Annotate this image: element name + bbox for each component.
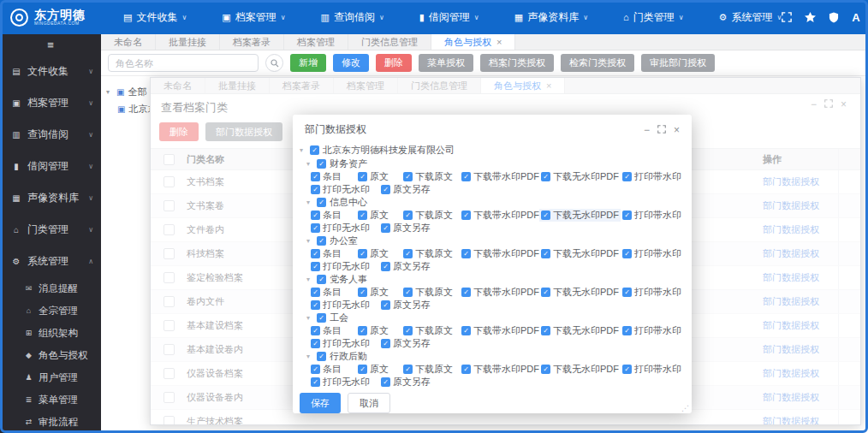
checkbox-checked[interactable]: ✓ — [541, 211, 550, 220]
checkbox-checked[interactable]: ✓ — [541, 288, 550, 297]
checkbox-checked[interactable]: ✓ — [358, 172, 367, 181]
checkbox-checked[interactable]: ✓ — [461, 326, 471, 335]
toolbar-button[interactable]: 删除 — [376, 54, 412, 72]
permission-item[interactable]: ✓ 下载带水印PDF — [460, 324, 539, 337]
permission-item[interactable]: ✓ 下载原文 — [401, 209, 460, 222]
checkbox-checked[interactable]: ✓ — [381, 377, 390, 387]
permission-item[interactable]: ✓ 原文 — [356, 324, 401, 337]
department-row[interactable]: ▾ ✓ 行政后勤 — [300, 350, 685, 363]
save-button[interactable]: 保存 — [300, 393, 341, 413]
permission-item[interactable]: ✓ 条目 — [309, 170, 356, 183]
checkbox-checked[interactable]: ✓ — [403, 172, 413, 181]
role-name-input[interactable] — [108, 54, 259, 72]
sidebar-item[interactable]: ▮ 借阅管理 ∨ — [0, 151, 101, 182]
font-size-icon[interactable]: A — [852, 11, 859, 24]
sidebar-subitem[interactable]: ≣ 菜单管理 — [0, 389, 101, 411]
permission-item[interactable]: ✓ 下载无水印PDF — [539, 170, 621, 183]
permission-item[interactable]: ✓ 打印带水印 — [621, 324, 685, 337]
permission-item[interactable]: ✓ 下载带水印PDF — [460, 286, 539, 299]
sidebar-subitem[interactable]: ✉ 消息提醒 — [0, 277, 101, 300]
menu-item[interactable]: ⚙ 系统管理 ∨ — [719, 10, 782, 25]
permission-item[interactable]: ✓ 下载原文 — [401, 170, 460, 183]
checkbox-checked[interactable]: ✓ — [461, 249, 471, 258]
checkbox-checked[interactable]: ✓ — [403, 326, 413, 335]
permission-item[interactable]: ✓ 打印无水印 — [309, 222, 379, 234]
cancel-button[interactable]: 取消 — [348, 393, 390, 413]
sidebar-item[interactable]: ▤ 文件收集 ∨ — [0, 56, 101, 87]
checkbox-checked[interactable]: ✓ — [461, 288, 471, 297]
checkbox-checked[interactable]: ✓ — [622, 326, 632, 335]
checkbox-checked[interactable]: ✓ — [381, 262, 390, 271]
permission-item[interactable]: ✓ 下载带水印PDF — [460, 170, 539, 183]
permission-item[interactable]: ✓ 原文 — [356, 286, 401, 299]
permission-item[interactable]: ✓ 条目 — [309, 247, 356, 260]
menu-item[interactable]: ▥ 查询借阅 ∨ — [321, 10, 384, 25]
tab[interactable]: 门类信息管理 — [348, 34, 431, 50]
sidebar-subitem[interactable]: ⇄ 审批流程 — [0, 411, 101, 433]
department-row[interactable]: ▾ ✓ 财务资产 — [300, 157, 685, 170]
checkbox-checked[interactable]: ✓ — [311, 262, 320, 271]
permission-item[interactable]: ✓ 下载无水印PDF — [539, 324, 621, 337]
permission-item[interactable]: ✓ 原文另存 — [379, 260, 685, 273]
close-icon[interactable]: × — [674, 124, 680, 136]
permission-item[interactable]: ✓ 原文另存 — [379, 222, 685, 234]
checkbox-checked[interactable]: ✓ — [403, 249, 413, 258]
checkbox-checked[interactable]: ✓ — [381, 185, 390, 194]
permission-item[interactable]: ✓ 下载无水印PDF — [539, 247, 621, 260]
checkbox-checked[interactable]: ✓ — [317, 198, 326, 207]
checkbox-checked[interactable]: ✓ — [311, 223, 320, 233]
tab[interactable]: 未命名 — [101, 34, 156, 50]
checkbox-checked[interactable]: ✓ — [358, 326, 367, 335]
menu-item[interactable]: ▦ 声像资料库 ∨ — [514, 10, 588, 25]
checkbox-checked[interactable]: ✓ — [403, 288, 413, 297]
permission-item[interactable]: ✓ 打印带水印 — [621, 170, 685, 183]
sidebar-item[interactable]: ⚙ 系统管理 ∧ — [0, 246, 101, 277]
checkbox-checked[interactable]: ✓ — [317, 352, 326, 361]
shield-icon[interactable] — [829, 12, 839, 23]
permission-item[interactable]: ✓ 原文另存 — [379, 337, 685, 350]
checkbox-checked[interactable]: ✓ — [358, 249, 367, 258]
checkbox-checked[interactable]: ✓ — [358, 365, 367, 374]
permission-item[interactable]: ✓ 原文 — [356, 170, 401, 183]
toolbar-button[interactable]: 新增 — [290, 54, 326, 72]
permission-item[interactable]: ✓ 原文 — [356, 247, 401, 260]
checkbox-checked[interactable]: ✓ — [311, 185, 320, 194]
search-button[interactable] — [265, 54, 283, 72]
menu-item[interactable]: ▤ 文件收集 ∨ — [123, 10, 187, 25]
checkbox-checked[interactable]: ✓ — [381, 300, 390, 310]
permission-item[interactable]: ✓ 条目 — [309, 209, 356, 222]
menu-item[interactable]: ⌂ 门类管理 ∨ — [623, 10, 684, 25]
permission-item[interactable]: ✓ 下载无水印PDF — [539, 363, 621, 376]
permission-item[interactable]: ✓ 打印无水印 — [309, 337, 379, 350]
department-row[interactable]: ▾ ✓ 党务人事 — [300, 273, 685, 286]
permission-item[interactable]: ✓ 下载原文 — [401, 286, 460, 299]
permission-item[interactable]: ✓ 下载带水印PDF — [460, 209, 539, 222]
checkbox-checked[interactable]: ✓ — [311, 377, 320, 387]
tab[interactable]: 档案著录 — [220, 34, 284, 50]
permission-item[interactable]: ✓ 原文另存 — [379, 299, 685, 311]
permission-item[interactable]: ✓ 打印带水印 — [621, 286, 685, 299]
toolbar-button[interactable]: 审批部门授权 — [641, 54, 715, 72]
tab[interactable]: 档案管理 — [284, 34, 348, 50]
sidebar-subitem[interactable]: ♟ 用户管理 — [0, 366, 101, 389]
checkbox-checked[interactable]: ✓ — [317, 275, 326, 284]
permission-item[interactable]: ✓ 条目 — [309, 324, 356, 337]
permission-item[interactable]: ✓ 下载带水印PDF — [460, 247, 539, 260]
checkbox-checked[interactable]: ✓ — [461, 365, 471, 374]
permission-item[interactable]: ✓ 打印无水印 — [309, 183, 379, 196]
permission-item[interactable]: ✓ 打印带水印 — [621, 363, 685, 376]
hamburger-menu-icon[interactable]: ≡ — [0, 34, 101, 56]
permission-item[interactable]: ✓ 下载无水印PDF — [539, 286, 621, 299]
checkbox-checked[interactable]: ✓ — [311, 249, 320, 258]
sidebar-subitem[interactable]: ⊞ 组织架构 — [0, 322, 101, 344]
checkbox-checked[interactable]: ✓ — [461, 211, 471, 220]
checkbox-checked[interactable]: ✓ — [358, 211, 367, 220]
checkbox-checked[interactable]: ✓ — [311, 326, 320, 335]
permission-item[interactable]: ✓ 下载原文 — [401, 324, 460, 337]
resize-handle[interactable]: ⋰ — [681, 404, 689, 412]
sidebar-item[interactable]: ⌂ 门类管理 ∨ — [0, 214, 101, 246]
toolbar-button[interactable]: 档案门类授权 — [480, 54, 554, 72]
checkbox-checked[interactable]: ✓ — [381, 339, 390, 348]
checkbox-checked[interactable]: ✓ — [622, 211, 632, 220]
company-row[interactable]: ▾ ✓ 北京东方明德科技发展有限公司 — [300, 143, 685, 157]
